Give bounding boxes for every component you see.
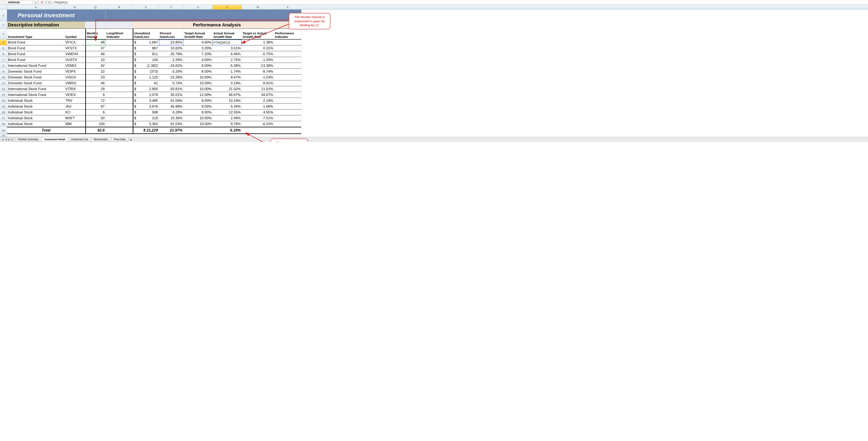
cell-unrealized[interactable]: $811 <box>133 51 159 57</box>
row-header-17[interactable]: 17 <box>0 115 7 121</box>
cell-target-annual[interactable]: 4.00% <box>184 57 213 63</box>
cell-percent-gl[interactable]: 10.82% <box>159 46 184 51</box>
row-header-11[interactable]: 11 <box>0 80 7 86</box>
cell-investment-type[interactable]: Domestic Stock Fund <box>7 69 64 75</box>
cell-long-short[interactable] <box>106 80 133 86</box>
cell-percent-gl[interactable]: 6.28% <box>159 110 184 115</box>
cell-long-short[interactable] <box>106 110 133 115</box>
cell-target-vs-actual[interactable]: -1.66% <box>242 104 274 110</box>
fx-icon[interactable]: fx <box>48 1 51 4</box>
cell-symbol[interactable]: IBM <box>64 121 85 127</box>
cell[interactable] <box>242 9 274 21</box>
cell-perf-indicator[interactable] <box>274 51 301 57</box>
cell-symbol[interactable]: VISGX <box>64 75 85 80</box>
cell-target-vs-actual[interactable]: -1.25% <box>242 57 274 63</box>
cell-target-annual[interactable]: 3.20% <box>184 46 213 51</box>
cell-investment-type[interactable]: Individual Stock <box>7 121 64 127</box>
cell-actual-annual[interactable]: 46.67% <box>213 92 242 98</box>
cell-unrealized[interactable]: $126 <box>133 57 159 63</box>
cell-target-vs-actual[interactable]: 34.67% <box>242 92 274 98</box>
cell-percent-gl[interactable]: 2.29% <box>159 57 184 63</box>
sheet-tab[interactable]: Portfolio Summary <box>14 137 42 142</box>
cell-long-short[interactable] <box>106 69 133 75</box>
col-header-U[interactable]: U <box>184 5 213 9</box>
total-months[interactable]: 42.6 <box>85 127 106 134</box>
cell-target-annual[interactable]: 10.00% <box>184 75 213 80</box>
cell[interactable] <box>106 127 133 134</box>
cell-actual-annual[interactable]: 6.34% <box>213 104 242 110</box>
cell-unrealized[interactable]: $3,676 <box>133 104 159 110</box>
cell-symbol[interactable]: TRV <box>64 98 85 104</box>
cell-months-owned[interactable]: 100 <box>85 121 106 127</box>
total-percent[interactable]: 21.97% <box>159 127 184 134</box>
cell-symbol[interactable]: MSFT <box>64 115 85 121</box>
cell-months-owned[interactable]: 9 <box>85 92 106 98</box>
formula-cancel-icon[interactable]: ✗ <box>40 1 44 4</box>
cell-target-annual[interactable]: 12.00% <box>184 92 213 98</box>
cell-months-owned[interactable]: 50 <box>85 115 106 121</box>
cell-percent-gl[interactable]: -18.82% <box>159 63 184 69</box>
cell-actual-annual[interactable]: 12.55% <box>213 110 242 115</box>
cell-unrealized[interactable]: $3,495 <box>133 98 159 104</box>
cell-long-short[interactable] <box>106 92 133 98</box>
cell-target-annual[interactable]: 8.00% <box>184 104 213 110</box>
cell-target-annual[interactable]: 8.00% <box>184 69 213 75</box>
select-all-corner[interactable] <box>0 5 7 9</box>
cell-target-annual[interactable]: 8.00% <box>184 98 213 104</box>
cell-perf-indicator[interactable] <box>274 110 301 115</box>
cell-unrealized[interactable]: $5,362 <box>133 121 159 127</box>
cell-long-short[interactable] <box>106 115 133 121</box>
cell-unrealized[interactable]: $2,078 <box>133 92 159 98</box>
cell-target-annual[interactable]: 10.00% <box>184 121 213 127</box>
cell-actual-annual[interactable]: -5.38% <box>213 63 242 69</box>
row-header-19[interactable]: 19 <box>0 127 7 134</box>
cell-target-vs-actual[interactable]: -0.75% <box>242 51 274 57</box>
cell-target-annual[interactable]: 10.00% <box>184 115 213 121</box>
cell-actual-annual[interactable]: 3.51% <box>213 46 242 51</box>
cell-perf-indicator[interactable] <box>274 86 301 92</box>
cell-target-vs-actual[interactable]: 1.36% <box>242 39 274 46</box>
cell[interactable] <box>106 21 133 29</box>
cell-percent-gl[interactable]: 45.98% <box>159 104 184 110</box>
cell-long-short[interactable] <box>106 75 133 80</box>
tab-nav-last-icon[interactable]: ⏭ <box>10 138 14 141</box>
cell-investment-type[interactable]: International Stock Fund <box>7 92 64 98</box>
cell-actual-annual[interactable]: 21.02% <box>213 86 242 92</box>
name-box-dropdown-icon[interactable]: ▾ <box>34 1 38 4</box>
cell[interactable] <box>85 9 106 21</box>
cell-months-owned[interactable]: 10 <box>85 57 106 63</box>
cell-percent-gl[interactable]: -3.20% <box>159 69 184 75</box>
cell-investment-type[interactable]: Domestic Stock Fund <box>7 75 64 80</box>
cell[interactable] <box>274 127 301 134</box>
cell-target-annual[interactable]: 8.00% <box>184 110 213 115</box>
tab-nav-prev-icon[interactable]: ◀ <box>4 138 8 141</box>
col-header-Q[interactable]: Q <box>85 5 106 9</box>
tab-nav-next-icon[interactable]: ▶ <box>7 138 11 141</box>
cell-long-short[interactable] <box>106 121 133 127</box>
col-header-W[interactable]: W <box>242 5 274 9</box>
cell-investment-type[interactable]: Domestic Stock Fund <box>7 80 64 86</box>
cell-target-vs-actual[interactable]: 4.55% <box>242 110 274 115</box>
cell-symbol[interactable]: VTRIX <box>64 86 85 92</box>
cell-percent-gl[interactable]: 0.74% <box>159 80 184 86</box>
cell-long-short[interactable] <box>106 46 133 51</box>
cell[interactable] <box>85 21 106 29</box>
cell-long-short[interactable] <box>106 39 133 46</box>
row-header-18[interactable]: 18 <box>0 121 7 127</box>
sheet-tab[interactable]: Price Data <box>110 137 129 142</box>
cell-target-vs-actual[interactable]: 2.18% <box>242 98 274 104</box>
tab-scroll-icon[interactable]: ◀ <box>130 138 131 141</box>
row-header-1[interactable]: 1 <box>0 9 7 21</box>
cell-symbol[interactable]: JNJ <box>64 104 85 110</box>
cell-perf-indicator[interactable] <box>274 121 301 127</box>
cell-unrealized[interactable]: $2,900 <box>133 86 159 92</box>
cell[interactable] <box>133 9 159 21</box>
name-box[interactable]: AVERAGE <box>6 0 32 5</box>
row-header-15[interactable]: 15 <box>0 104 7 110</box>
cell-symbol[interactable]: VWEHX <box>64 51 85 57</box>
cell-months-owned[interactable]: 72 <box>85 98 106 104</box>
cell-percent-gl[interactable]: 25.79% <box>159 51 184 57</box>
cell-long-short[interactable] <box>106 86 133 92</box>
cell-symbol[interactable]: VEIEX <box>64 92 85 98</box>
cell-long-short[interactable] <box>106 57 133 63</box>
